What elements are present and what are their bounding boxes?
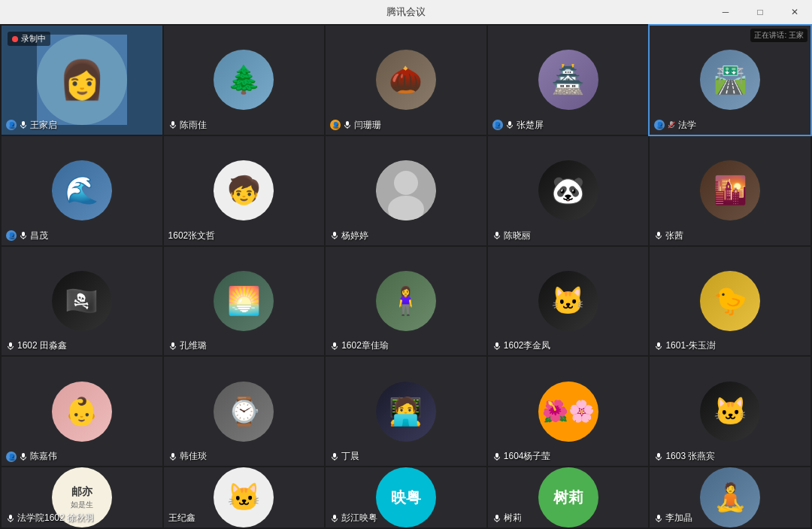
svg-point-13 (394, 171, 418, 195)
video-cell-20[interactable]: 🐱1603 张燕宾 (650, 357, 810, 466)
video-cell-12[interactable]: 🌅孔维璐 (164, 247, 325, 356)
window-controls: ─ □ ✕ (708, 0, 812, 24)
video-cell-18[interactable]: 🧑‍💻丁晨 (326, 357, 486, 466)
participant-name-label: 陈晓丽 (492, 230, 531, 242)
recording-badge: 录制中 (8, 32, 50, 46)
participant-name: 1604杨子莹 (504, 450, 551, 463)
avatar: 🐱 (214, 467, 274, 527)
svg-rect-41 (9, 515, 12, 519)
minimize-button[interactable]: ─ (708, 0, 743, 24)
video-cell-7[interactable]: 🧒1602张文哲 (164, 136, 325, 245)
svg-rect-19 (657, 232, 660, 236)
svg-rect-31 (22, 453, 25, 458)
video-cell-4[interactable]: 🏯👤张楚屏 (488, 26, 649, 135)
title-bar: 腾讯会议 ─ □ ✕ (0, 0, 812, 24)
mic-icon (330, 452, 339, 461)
avatar: 🐱 (538, 271, 598, 331)
video-cell-9[interactable]: 🐼陈晓丽 (488, 136, 649, 245)
mic-icon (19, 231, 28, 240)
mic-icon (492, 231, 501, 240)
mic-icon (19, 120, 28, 129)
video-cell-17[interactable]: ⌚韩佳琰 (164, 357, 325, 466)
avatar: 🧑‍💻 (376, 382, 436, 442)
svg-rect-37 (495, 453, 498, 458)
participant-name: 树莉 (504, 512, 522, 524)
participant-name: 孔维璐 (180, 339, 207, 352)
participant-name-label: 丁晨 (330, 450, 359, 463)
participant-name: 韩佳琰 (180, 450, 207, 463)
close-button[interactable]: ✕ (777, 0, 812, 24)
participant-name-label: 王纪鑫 (168, 512, 195, 524)
participant-name: 1602张文哲 (168, 230, 216, 242)
svg-rect-15 (333, 232, 336, 236)
mic-icon (654, 231, 663, 240)
participant-name-label: 👤闫珊珊 (330, 119, 381, 132)
participant-name: 陈嘉伟 (30, 450, 57, 463)
video-cell-22[interactable]: 🐱王纪鑫 (164, 467, 325, 527)
speaking-indicator: 正在讲话: 王家 (750, 29, 807, 42)
avatar: 🐱 (700, 382, 760, 442)
maximize-button[interactable]: □ (743, 0, 777, 24)
video-cell-11[interactable]: 🏴‍☠️1602 田淼鑫 (2, 247, 162, 356)
participant-name-label: 李加晶 (654, 512, 692, 524)
participant-name-label: 1602张文哲 (168, 230, 216, 242)
video-cell-1[interactable]: 👩 录制中👤王家启 (2, 26, 162, 135)
video-cell-8[interactable]: 杨婷婷 (326, 136, 486, 245)
svg-rect-27 (495, 342, 498, 347)
video-cell-24[interactable]: 树莉树莉 (488, 467, 649, 527)
svg-rect-4 (346, 121, 349, 126)
mic-icon (654, 342, 663, 351)
participant-name-label: 1602章佳瑜 (330, 339, 389, 352)
participant-name-label: 1602李金凤 (492, 339, 551, 352)
participant-name: 昌茂 (30, 230, 48, 242)
svg-rect-21 (9, 342, 12, 347)
svg-rect-0 (22, 121, 25, 126)
mic-icon (654, 452, 663, 461)
mic-icon (492, 514, 501, 523)
video-cell-21[interactable]: 邮亦 如是生 法学院1602 徐秋羽 (2, 467, 162, 527)
avatar: 🌲 (214, 50, 274, 110)
video-cell-23[interactable]: 映粤彭江映粤 (326, 467, 486, 527)
mic-muted-icon (667, 120, 676, 129)
video-cell-25[interactable]: 🧘李加晶 (650, 467, 810, 527)
participant-name-label: 👤陈嘉伟 (6, 450, 57, 463)
video-cell-2[interactable]: 🌲陈雨佳 (164, 26, 325, 135)
participant-name: 1603 张燕宾 (665, 450, 715, 463)
participant-name: 李加晶 (665, 512, 692, 524)
video-cell-16[interactable]: 👶👤陈嘉伟 (2, 357, 162, 466)
mic-icon (654, 514, 663, 523)
video-cell-5[interactable]: 🛣️正在讲话: 王家👤法学 (650, 26, 810, 135)
svg-rect-47 (657, 515, 660, 519)
mic-icon (19, 452, 28, 461)
mic-icon (6, 342, 15, 351)
mic-icon (343, 120, 352, 129)
video-grid: 👩 录制中👤王家启🌲陈雨佳🌰👤闫珊珊🏯👤张楚屏🛣️正在讲话: 王家👤法学🌊👤昌茂… (0, 24, 812, 529)
mic-icon (492, 342, 501, 351)
svg-rect-35 (333, 453, 336, 458)
participant-name: 陈雨佳 (180, 119, 207, 132)
mic-icon (492, 452, 501, 461)
video-cell-15[interactable]: 🐤1601-朱玉澍 (650, 247, 810, 356)
avatar: 🐤 (700, 271, 760, 331)
avatar: 🐼 (538, 160, 598, 220)
svg-rect-10 (22, 232, 25, 236)
video-cell-14[interactable]: 🐱1602李金凤 (488, 247, 649, 356)
avatar: 🌺🌸 (538, 382, 598, 442)
participant-name-label: 孔维璐 (168, 339, 207, 352)
video-cell-10[interactable]: 🌇张茜 (650, 136, 810, 245)
svg-rect-17 (495, 232, 498, 236)
participant-name: 法学 (678, 119, 696, 132)
participant-name: 1602李金凤 (504, 339, 551, 352)
video-cell-3[interactable]: 🌰👤闫珊珊 (326, 26, 486, 135)
avatar: 🧒 (214, 160, 274, 220)
avatar: 🏴‍☠️ (52, 271, 112, 331)
participant-name: 彭江映粤 (341, 512, 377, 524)
video-cell-19[interactable]: 🌺🌸1604杨子莹 (488, 357, 649, 466)
participant-name-label: 👤法学 (654, 119, 696, 132)
participant-name: 1602 田淼鑫 (17, 339, 67, 352)
video-cell-13[interactable]: 🧍‍♀️1602章佳瑜 (326, 247, 486, 356)
mic-icon (168, 120, 177, 129)
video-cell-6[interactable]: 🌊👤昌茂 (2, 136, 162, 245)
user-status-icon: 👤 (330, 120, 341, 130)
user-status-icon: 👤 (654, 120, 665, 130)
